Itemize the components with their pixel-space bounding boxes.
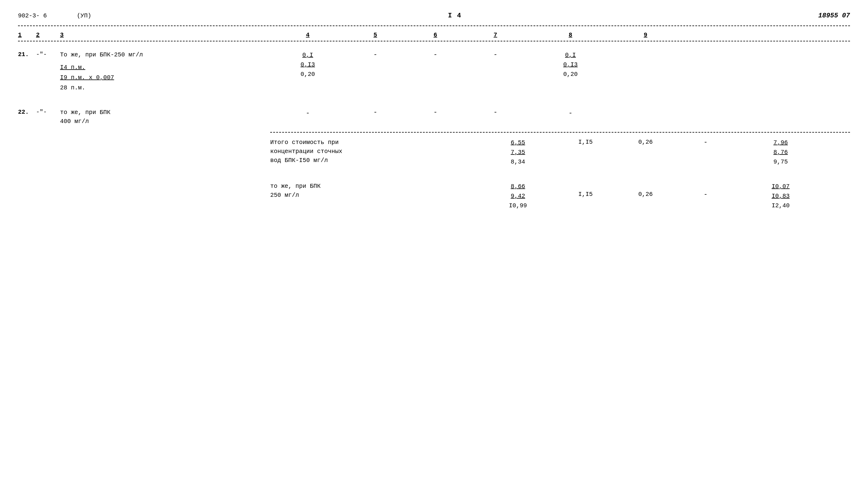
row-col4-22: - (270, 108, 345, 119)
toje-row: то же, при БПК 250 мг/л 8,66 9,42 I0,99 … (270, 182, 850, 210)
col-header-4: 4 (270, 32, 345, 38)
table-row: 22. -"- то же, при БПК 400 мг/л - - - - … (18, 108, 850, 126)
itogo-col7: - (676, 138, 736, 146)
row-marker-21: -"- (36, 51, 60, 58)
page-header: 902-3- 6 (УП) I 4 18955 07 (18, 12, 850, 20)
table-row: 21. -"- То же, при БПК-250 мг/л I4 п.м. … (18, 51, 850, 93)
row-col6-21: - (405, 51, 465, 59)
col-header-1: 1 (18, 32, 36, 38)
itogo-col6: 0,26 (616, 138, 676, 145)
col-header-6: 6 (405, 32, 465, 38)
toje-col7: - (676, 182, 736, 198)
col-header-3: 3 (60, 32, 270, 38)
itogo-col4: 6,55 7,35 8,34 (480, 138, 555, 167)
row-desc-21: То же, при БПК-250 мг/л I4 п.м. I9 п.м. … (60, 51, 270, 93)
row-col8-22: - (525, 108, 616, 119)
toje-col6: 0,26 (616, 182, 676, 198)
doc-type: (УП) (77, 12, 91, 19)
page-number: I 4 (448, 12, 462, 20)
itogo-col5: I,I5 (555, 138, 616, 145)
row-col7-21: - (465, 51, 525, 59)
row-col9-21 (616, 51, 676, 51)
sub-divider (270, 132, 850, 133)
col-header-2: 2 (36, 32, 60, 38)
col-header-7: 7 (465, 32, 525, 38)
row-col5-21: - (345, 51, 405, 59)
row-desc-22: то же, при БПК 400 мг/л (60, 108, 270, 126)
row-col6-22: - (405, 108, 465, 116)
top-divider (18, 26, 850, 26)
row-number-21: 21. (18, 51, 36, 58)
col-header-9: 9 (616, 32, 676, 38)
row-col8-21: 0,I 0,I3 0,20 (525, 51, 616, 79)
row-col7-22: - (465, 108, 525, 116)
itogo-row: Итого стоимость при концентрации сточных… (270, 138, 850, 167)
toje-desc: то же, при БПК 250 мг/л (270, 182, 480, 200)
doc-number: 902-3- 6 (18, 12, 47, 19)
itogo-col8: 7,96 8,76 9,75 (736, 138, 826, 167)
col-header-5: 5 (345, 32, 405, 38)
toje-col8: I0,07 I0,83 I2,40 (736, 182, 826, 210)
content-area: 21. -"- То же, при БПК-250 мг/л I4 п.м. … (18, 51, 850, 210)
doc-id: 18955 07 (818, 12, 850, 20)
toje-col4: 8,66 9,42 I0,99 (480, 182, 555, 210)
row-col9-22 (616, 108, 676, 108)
row-col5-22: - (345, 108, 405, 116)
row-col4-21: 0,I 0,I3 0,20 (270, 51, 345, 79)
row-number-22: 22. (18, 108, 36, 116)
col-header-8: 8 (525, 32, 616, 38)
column-header-row: 1 2 3 4 5 6 7 8 9 (18, 32, 850, 41)
toje-col5: I,I5 (555, 182, 616, 198)
itogo-desc: Итого стоимость при концентрации сточных… (270, 138, 480, 165)
row-marker-22: -"- (36, 108, 60, 116)
